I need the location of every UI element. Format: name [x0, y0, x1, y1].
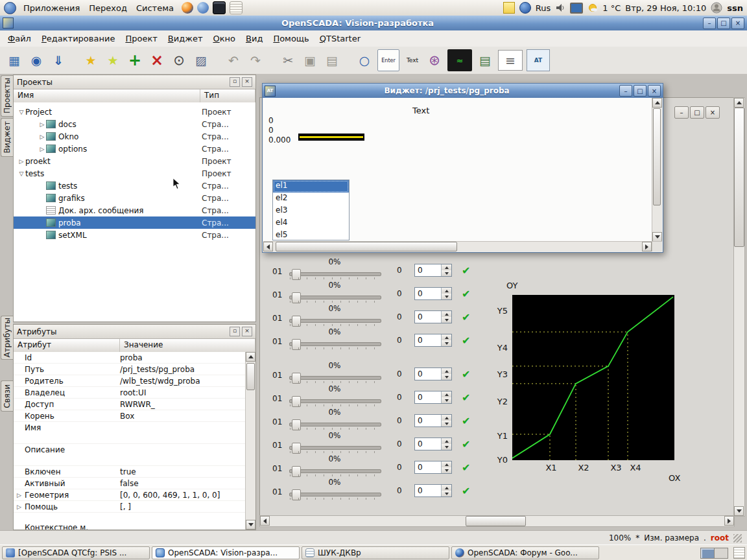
spinbox[interactable]: 0 [414, 391, 452, 404]
slider-handle[interactable] [292, 396, 301, 407]
widget-vertical-scrollbar[interactable] [652, 98, 662, 242]
slider-handle[interactable] [292, 292, 301, 303]
dock-float-button[interactable]: ▫ [230, 327, 240, 336]
delete-widget-icon[interactable]: × [148, 51, 166, 69]
clock[interactable]: Втр, 29 Ноя, 10:10 [625, 3, 706, 13]
projects-panel-title[interactable]: Проекты ▫ × [14, 75, 255, 89]
spin-down-icon[interactable] [442, 444, 451, 450]
column-header-value[interactable]: Значение [120, 339, 255, 352]
protocol-icon[interactable]: ▤ [476, 51, 494, 69]
dock-float-button[interactable]: ▫ [230, 77, 240, 87]
spinbox-value[interactable]: 0 [415, 391, 441, 403]
spinbox[interactable]: 0 [414, 461, 452, 474]
attribute-row[interactable]: Активный false [14, 478, 246, 489]
column-header-name[interactable]: Имя [14, 89, 200, 102]
panel-menu-item[interactable]: Переход [84, 2, 132, 14]
scroll-down-icon[interactable] [652, 232, 662, 242]
slider-handle[interactable] [292, 269, 301, 280]
tree-row[interactable]: ▽ tests Проект [14, 167, 255, 180]
sidebar-tab-projects[interactable]: Проекты [1, 75, 13, 117]
scroll-right-icon[interactable] [724, 516, 734, 526]
spin-up-icon[interactable] [442, 368, 451, 374]
attribute-value[interactable]: true [120, 467, 136, 476]
spin-up-icon[interactable] [442, 415, 451, 421]
tree-row[interactable]: grafiks Стра... [14, 192, 255, 204]
weather-sun-icon[interactable] [587, 3, 598, 13]
expand-icon[interactable]: ▷ [18, 158, 25, 165]
taskbar-button[interactable]: ШУК-ДКВр [302, 546, 449, 559]
mdi-horizontal-scrollbar[interactable] [259, 515, 735, 527]
slider-handle[interactable] [292, 339, 301, 350]
attributes-scrollbar[interactable] [245, 352, 255, 530]
scroll-up-icon[interactable] [734, 98, 744, 108]
attribute-row[interactable]: ▷ Геометрия [0, 0, 600, 469, 1, 1, 0, 0] [14, 489, 246, 501]
spinbox[interactable]: 0 [414, 287, 452, 300]
spin-up-icon[interactable] [442, 391, 451, 397]
spin-down-icon[interactable] [442, 421, 451, 426]
tree-row[interactable]: proba Стра... [14, 216, 255, 229]
close-button[interactable]: × [731, 18, 744, 29]
spinbox-value[interactable]: 0 [415, 334, 441, 346]
text-icon[interactable]: Text [403, 51, 421, 69]
spin-up-icon[interactable] [442, 334, 451, 340]
attribute-row[interactable]: Доступ RWRWR_ [14, 399, 246, 410]
spin-up-icon[interactable] [442, 485, 451, 491]
slider-handle[interactable] [292, 443, 301, 454]
spin-down-icon[interactable] [442, 294, 451, 299]
attribute-value[interactable]: false [120, 479, 139, 488]
menu-item[interactable]: Проект [120, 32, 162, 45]
browser-launcher-icon[interactable] [197, 2, 209, 14]
expand-icon[interactable]: ▽ [18, 170, 25, 177]
attribute-row[interactable]: Владелец root:UI [14, 387, 246, 399]
keyboard-indicator-icon[interactable] [519, 2, 531, 14]
spin-down-icon[interactable] [442, 467, 451, 473]
slider[interactable] [289, 399, 381, 403]
attribute-value[interactable]: /wlb_test/wdg_proba [120, 377, 200, 386]
tree-row[interactable]: ▽ Project Проект [14, 106, 255, 118]
save-icon[interactable]: ⇓ [49, 51, 67, 69]
list-item[interactable]: el3 [273, 205, 349, 217]
keyboard-layout[interactable]: Rus [536, 3, 551, 13]
zoom-icon[interactable]: ⊙ [170, 51, 188, 69]
spinbox-value[interactable]: 0 [415, 311, 441, 323]
spinbox[interactable]: 0 [414, 264, 452, 277]
bar-element[interactable] [298, 134, 364, 141]
attribute-value[interactable]: Box [120, 412, 134, 421]
display-applet-icon[interactable] [570, 3, 583, 14]
widget-library-icon[interactable]: ★ [82, 51, 100, 69]
scroll-right-icon[interactable] [642, 242, 652, 251]
slider-handle[interactable] [292, 316, 301, 327]
close-button[interactable]: × [706, 106, 720, 119]
attribute-row[interactable]: Имя [14, 422, 246, 444]
spinbox-value[interactable]: 0 [415, 461, 441, 473]
spin-up-icon[interactable] [442, 438, 451, 444]
minimize-button[interactable]: – [674, 106, 689, 119]
slider[interactable] [289, 296, 381, 299]
spin-up-icon[interactable] [442, 288, 451, 294]
lineedit-icon[interactable]: Enter [377, 49, 399, 71]
attribute-value[interactable]: root:UI [120, 388, 146, 397]
cut-icon[interactable]: ✂ [279, 51, 297, 69]
document-icon[interactable]: ≡ [498, 50, 523, 71]
distro-menu-icon[interactable] [4, 2, 16, 14]
panel-menu-item[interactable]: Приложения [19, 2, 84, 14]
scroll-up-icon[interactable] [652, 98, 662, 108]
menu-item[interactable]: Окно [208, 32, 241, 45]
menu-item[interactable]: Помощь [268, 32, 314, 45]
slider[interactable] [289, 342, 381, 346]
panel-menu-item[interactable]: Система [132, 2, 178, 14]
maximize-button[interactable]: □ [634, 85, 646, 97]
media-icon[interactable]: ⊛ [425, 51, 444, 69]
spinbox[interactable]: 0 [414, 414, 452, 427]
sidebar-tab-widget[interactable]: Виджет [1, 118, 13, 157]
flag-icon[interactable]: ▨ [192, 51, 210, 69]
scrollbar-thumb[interactable] [653, 108, 661, 205]
workspace-2[interactable] [714, 548, 728, 558]
terminal-launcher-icon[interactable] [213, 1, 226, 14]
paste-icon[interactable]: ▤ [323, 51, 341, 69]
spin-up-icon[interactable] [442, 461, 451, 467]
slider-handle[interactable] [292, 373, 301, 384]
close-button[interactable]: × [648, 85, 661, 97]
tree-row[interactable]: tests Стра... [14, 180, 255, 192]
spin-down-icon[interactable] [442, 270, 451, 276]
